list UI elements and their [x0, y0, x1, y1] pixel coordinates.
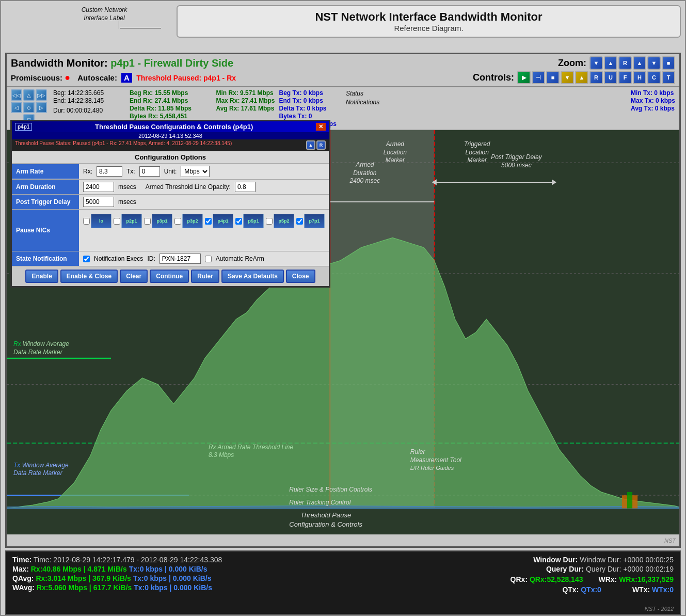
ctrl-u[interactable]: U — [604, 71, 617, 84]
autoscale-btn[interactable]: A — [121, 73, 132, 83]
threshold-config-annot: Threshold PauseConfiguration & Controls — [289, 511, 362, 529]
stat-delta-tx: Delta Tx: 0 kbps — [279, 105, 336, 112]
nic-p3p2-check[interactable] — [174, 218, 181, 225]
notification-execs-check[interactable] — [83, 256, 90, 262]
status-notifications-annot: StatusNotifications — [346, 89, 379, 107]
ctrl-up[interactable]: ▲ — [575, 71, 588, 84]
nic-p5p1-check[interactable] — [235, 218, 242, 225]
stat-dur: Dur: 00:00:02.480 — [53, 107, 125, 114]
ctrl-down[interactable]: ▼ — [561, 71, 574, 84]
zoom-btn-up[interactable]: ▲ — [604, 56, 617, 70]
zoom-section: Zoom: ▼ ▲ R ▲ ▼ ■ — [558, 56, 675, 70]
arm-rate-rx-input[interactable] — [97, 166, 122, 177]
stat-min-rx: Min Rx: 9.571 Mbps — [216, 89, 275, 97]
zoom-btn-down[interactable]: ▼ — [589, 56, 603, 70]
stat-avg-tx: Avg Tx: 0 kbps — [631, 105, 675, 112]
promiscuous-indicator: ● — [65, 72, 70, 83]
stat-bytes-tx: Bytes Tx: 0 — [279, 113, 336, 120]
stat-beg-rx: Beg Rx: 15.55 Mbps — [130, 89, 212, 97]
auto-rearm-label: Automatic ReArm — [216, 255, 264, 262]
controls-buttons: ▶ ⊣ ■ ▼ ▲ R U F H C T — [517, 71, 675, 84]
nav-right[interactable]: ▷ — [36, 102, 47, 113]
ctrl-h[interactable]: H — [633, 71, 646, 84]
nic-p5p2: p5p2 — [266, 214, 294, 228]
rx-armed-rate-annot: Rx Armed Rate Threshold Line8.3 Mbps — [209, 444, 293, 460]
config-row-pause-nics: Pause NICs lo p2p1 p3 — [12, 210, 329, 251]
nic-lo-check[interactable] — [83, 218, 90, 225]
status-qtx-wtx: QTx: QTx:0 WTx: WTx:0 — [510, 585, 674, 595]
nav-center[interactable]: ◇ — [23, 102, 35, 113]
nav-left[interactable]: ◁ — [11, 102, 22, 113]
nic-p5p2-thumb: p5p2 — [274, 214, 294, 228]
nic-p4p1-check[interactable] — [205, 218, 212, 225]
post-trigger-input[interactable] — [83, 197, 114, 207]
status-btn-up[interactable]: ▲ — [306, 140, 315, 150]
ctrl-r[interactable]: R — [589, 71, 603, 84]
armed-location-annot: ArmedLocationMarker — [384, 140, 407, 165]
zoom-btn-square[interactable]: ■ — [662, 56, 675, 70]
pause-nics-label: Pause NICs — [12, 210, 79, 251]
state-notification-content: Notification Execs ID: Automatic ReArm — [79, 251, 329, 266]
title-main: NST Network Interface Bandwidth Monitor — [180, 10, 678, 24]
status-btn-r[interactable]: R — [316, 140, 326, 150]
zoom-btn-up2[interactable]: ▲ — [633, 56, 646, 70]
stat-max-rx: Max Rx: 27.41 Mbps — [216, 97, 275, 104]
auto-rearm-check[interactable] — [205, 256, 212, 262]
nic-p3p1-check[interactable] — [144, 218, 151, 225]
config-close-btn[interactable]: ✕ — [316, 123, 326, 131]
btn-clear[interactable]: Clear — [120, 270, 148, 283]
nic-p5p2-check[interactable] — [266, 218, 273, 225]
threshold-paused: Threshold Paused: p4p1 - Rx — [136, 74, 236, 82]
title-sub: Reference Diagram. — [180, 24, 678, 33]
zoom-buttons: ▼ ▲ R ▲ ▼ ■ — [589, 56, 675, 70]
nav-right-outer[interactable]: ▷▷ — [36, 89, 47, 101]
stat-bytes-rx: Bytes Rx: 5,458,451 — [130, 113, 212, 120]
nic-p2p1-check[interactable] — [114, 218, 120, 225]
id-label: ID: — [147, 255, 155, 262]
ctrl-f[interactable]: F — [618, 71, 632, 84]
btn-continue[interactable]: Continue — [150, 270, 189, 283]
ruler-measurement-annot: RulerMeasurement ToolL/R Ruler Guides — [410, 448, 461, 472]
zoom-btn-down2[interactable]: ▼ — [647, 56, 661, 70]
status-wavg: WAvg: Rx:5.060 Mbps | 617.7 KiB/s Tx:0 k… — [12, 583, 510, 592]
btn-close[interactable]: Close — [286, 270, 315, 283]
nic-indicator: p4p1 — [15, 123, 32, 131]
nic-p7p1-check[interactable] — [296, 218, 303, 225]
ctrl-stop[interactable]: ⊣ — [532, 71, 545, 84]
notification-id-input[interactable] — [159, 254, 201, 264]
btn-enable-close[interactable]: Enable & Close — [60, 270, 118, 283]
header-bar: Bandwidth Monitor: p4p1 - Firewall Dirty… — [7, 54, 679, 87]
tx-label: Tx: — [126, 168, 135, 175]
nav-up[interactable]: △ — [23, 89, 35, 101]
ctrl-t[interactable]: T — [662, 71, 675, 84]
arm-duration-unit: msecs — [118, 183, 136, 191]
ctrl-square[interactable]: ■ — [546, 71, 560, 84]
config-row-arm-duration: Arm Duration msecs Armed Threshold Line … — [12, 180, 329, 195]
btn-ruler[interactable]: Ruler — [191, 270, 219, 283]
status-query-dur: Query Dur: Query Dur: +0000 00:02:19 — [510, 565, 674, 573]
nic-p2p1-thumb: p2p1 — [121, 214, 142, 228]
nic-p3p2: p3p2 — [174, 214, 203, 228]
btn-save-defaults[interactable]: Save As Defaults — [221, 270, 284, 283]
config-title-bar: p4p1 Threshold Pause Configuration & Con… — [12, 121, 329, 132]
ctrl-play[interactable]: ▶ — [517, 71, 531, 84]
ctrl-c[interactable]: C — [647, 71, 661, 84]
nic-p7p1-thumb: p7p1 — [304, 214, 325, 228]
nav-left-outer[interactable]: ◁◁ — [11, 89, 22, 101]
pause-nics-content: lo p2p1 p3p1 p3p2 — [79, 210, 329, 232]
post-trigger-label: Post Trigger Delay — [12, 195, 79, 209]
arm-duration-input[interactable] — [83, 182, 114, 192]
title-box: NST Network Interface Bandwidth Monitor … — [177, 5, 681, 38]
bw-title-line: Bandwidth Monitor: p4p1 - Firewall Dirty… — [11, 57, 233, 69]
arm-duration-content: msecs Armed Threshold Line Opacity: — [79, 180, 329, 194]
arm-rate-unit-select[interactable]: Mbps Kbps Gbps — [181, 166, 210, 177]
config-panel: p4p1 Threshold Pause Configuration & Con… — [10, 120, 330, 288]
zoom-btn-r[interactable]: R — [618, 56, 632, 70]
btn-enable[interactable]: Enable — [25, 270, 58, 283]
arm-rate-tx-input[interactable] — [139, 166, 160, 177]
config-status-bar: Threshold Pause Status: Paused (p4p1 - R… — [12, 139, 329, 151]
opacity-input[interactable] — [235, 182, 256, 192]
status-right: Window Dur: Window Dur: +0000 00:00:25 Q… — [510, 555, 674, 595]
nic-p3p1: p3p1 — [144, 214, 172, 228]
custom-label-annotation: Custom Network Interface Label — [73, 6, 135, 22]
